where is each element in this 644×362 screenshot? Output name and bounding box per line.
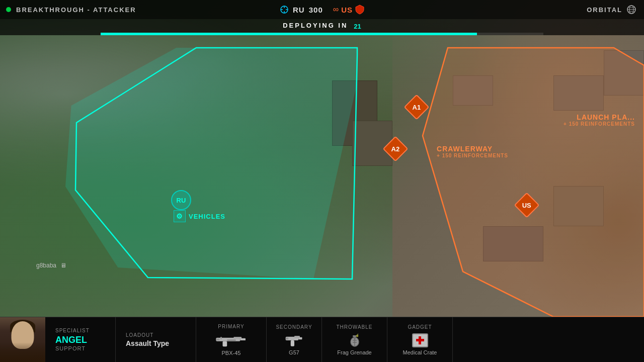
building [352, 121, 392, 166]
ru-crosshair-icon [280, 5, 289, 14]
svg-rect-16 [240, 338, 246, 340]
specialist-role: SUPPORT [55, 345, 105, 351]
vehicles-text: VEHICLES [189, 213, 225, 220]
status-dot [6, 7, 11, 12]
ru-score-value: 300 [309, 6, 323, 14]
building [553, 75, 604, 111]
launch-zone-label: LAUNCH PLA... + 150 Reinforcements [564, 113, 635, 127]
username-display: g8baba 🖥 [36, 262, 66, 269]
us-score-label: US [341, 6, 353, 14]
map-area: A1 A2 US CRAWLERWAY + 150 Reinforcements… [0, 0, 644, 317]
globe-icon [626, 5, 636, 15]
map-urban-area [392, 0, 644, 317]
specialist-label: Specialist [55, 328, 105, 333]
monitor-icon: 🖥 [60, 262, 66, 269]
medical-crate-icon [412, 333, 428, 347]
svg-line-31 [357, 334, 358, 335]
vehicles-gear-icon: ⚙ [174, 210, 186, 222]
loadout-value: Assault Type [126, 339, 186, 347]
objective-us-label: US [522, 202, 531, 209]
svg-rect-15 [216, 338, 219, 340]
vehicles-label[interactable]: ⚙ VEHICLES [174, 210, 225, 222]
launch-title: LAUNCH PLA... [564, 113, 635, 121]
deploy-progress-bar [101, 33, 543, 35]
throwable-label: Throwable [337, 324, 373, 330]
primary-label: Primary [218, 324, 244, 329]
specialist-section: Specialist ANGEL SUPPORT [45, 317, 116, 362]
orbital-label: ORBITAL [587, 6, 622, 14]
game-mode-title: BREAKTHROUGH - ATTACKER [16, 6, 136, 14]
username-text: g8baba [36, 262, 56, 269]
shield-icon [355, 5, 364, 15]
building [453, 75, 493, 106]
svg-rect-14 [222, 341, 227, 346]
gadget-section: Gadget Medical Crate [387, 317, 453, 362]
throwable-name: Frag Grenade [337, 349, 371, 355]
avatar-image [0, 317, 45, 362]
bottom-hud: Specialist ANGEL SUPPORT Loadout Assault… [0, 317, 644, 362]
grenade-icon [348, 333, 362, 347]
score-display: RU 300 ∞ US [280, 5, 364, 15]
g57-icon [284, 333, 304, 347]
ru-spawn-label: RU [177, 197, 186, 204]
pbx45-icon [214, 333, 249, 348]
medical-crate-icon-container [412, 333, 428, 347]
crawlerway-title: CRAWLERWAY [437, 145, 508, 153]
secondary-label: Secondary [276, 324, 312, 330]
svg-rect-17 [227, 339, 236, 341]
hud-left: BREAKTHROUGH - ATTACKER [0, 6, 321, 14]
primary-weapon-name: PBX-45 [222, 350, 241, 356]
deploy-bar: DEPLOYING IN 21 [0, 19, 644, 35]
deploy-label: DEPLOYING IN [283, 22, 348, 29]
building [553, 186, 604, 226]
building [604, 50, 644, 96]
primary-section: Primary PBX-45 [196, 317, 267, 362]
specialist-avatar [0, 317, 45, 362]
building [483, 226, 543, 261]
loadout-section: Loadout Assault Type [116, 317, 196, 362]
top-hud: BREAKTHROUGH - ATTACKER RU 300 ∞ US [0, 0, 644, 19]
loadout-label: Loadout [126, 332, 186, 338]
deploy-progress-fill [101, 33, 477, 35]
us-score-block: ∞ US [333, 5, 364, 15]
infinity-icon: ∞ [333, 5, 339, 14]
grenade-icon-container [348, 333, 362, 347]
crawlerway-sublabel: + 150 Reinforcements [437, 153, 508, 158]
objective-a1-label: A1 [413, 104, 421, 111]
secondary-weapon-name: G57 [289, 349, 299, 355]
objective-a2-label: A2 [391, 145, 400, 153]
ru-score-block: RU 300 [280, 5, 323, 14]
hud-right: ORBITAL [321, 5, 645, 15]
svg-rect-23 [298, 337, 302, 339]
svg-rect-21 [290, 340, 294, 346]
secondary-weapon-icon [284, 333, 304, 347]
svg-rect-18 [220, 337, 222, 339]
launch-sublabel: + 150 Reinforcements [564, 121, 635, 127]
primary-weapon-icon [214, 333, 249, 348]
crawlerway-zone-label: CRAWLERWAY + 150 Reinforcements [437, 145, 508, 158]
specialist-name: ANGEL [55, 335, 105, 345]
svg-point-30 [356, 335, 358, 337]
ru-score-label: RU [293, 6, 305, 14]
svg-rect-22 [285, 337, 288, 339]
throwable-section: Throwable Frag Grenade [322, 317, 387, 362]
gadget-name: Medical Crate [403, 349, 437, 355]
gadget-label: Gadget [408, 324, 432, 330]
ru-spawn-marker[interactable]: RU [171, 190, 191, 210]
deploy-timer: 21 [354, 23, 361, 30]
cross-vertical [419, 336, 421, 344]
secondary-section: Secondary G57 [267, 317, 322, 362]
